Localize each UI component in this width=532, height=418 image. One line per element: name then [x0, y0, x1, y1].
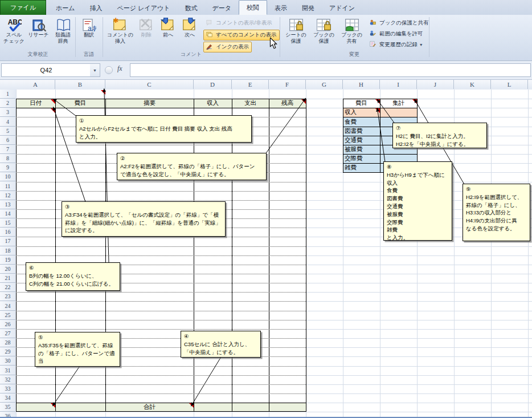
main-table-header-残高[interactable]: 残高	[269, 99, 306, 108]
button-リサーチ[interactable]: リサーチ	[27, 16, 50, 51]
row-header-34[interactable]: 34	[0, 393, 15, 403]
row-header-5[interactable]: 5	[0, 127, 15, 136]
menu-item-ブックの保護と共有[interactable]: ブックの保護と共有	[367, 18, 432, 29]
row-header-7[interactable]: 7	[0, 145, 15, 154]
row-header-35[interactable]: 35	[0, 403, 15, 412]
tab-アドイン[interactable]: アドイン	[322, 1, 362, 15]
formula-input[interactable]	[130, 63, 531, 77]
row-header-17[interactable]: 17	[0, 237, 15, 246]
row-header-27[interactable]: 27	[0, 329, 15, 338]
column-header-A[interactable]: A	[16, 80, 55, 89]
row-header-24[interactable]: 24	[0, 301, 15, 310]
row-header-23[interactable]: 23	[0, 292, 15, 301]
main-table-total-label[interactable]: 合計	[105, 403, 194, 412]
row-header-33[interactable]: 33	[0, 384, 15, 393]
row-header-2[interactable]: 2	[0, 99, 15, 108]
button-ブックの共有[interactable]: ブックの 共有	[338, 16, 365, 51]
button-翻訳[interactable]: aあ翻訳	[77, 16, 101, 51]
main-table-header-収入[interactable]: 収入	[194, 99, 232, 108]
tab-表示[interactable]: 表示	[267, 1, 294, 15]
comment-box-②[interactable]: ② A2:F2を範囲選択して、罫線の「格子」にし、パターン で適当な色を設定し、…	[117, 153, 267, 180]
row-header-31[interactable]: 31	[0, 366, 15, 375]
tab-file[interactable]: ファイル	[0, 0, 46, 15]
row-header-16[interactable]: 16	[0, 228, 15, 237]
insert-function-icon[interactable]	[105, 66, 113, 74]
row-header-15[interactable]: 15	[0, 218, 15, 228]
column-header-H[interactable]: H	[343, 80, 380, 89]
row-header-29[interactable]: 29	[0, 347, 15, 356]
summary-header-費目[interactable]: 費目	[343, 99, 380, 108]
column-header-G[interactable]: G	[306, 80, 343, 89]
toggle-インクの表示[interactable]: インクの表示	[203, 42, 252, 52]
comment-box-⑤[interactable]: ⑤ A35:F35を範囲選択して、罫線 の「格子」にし、パターンで適当 な色を設…	[35, 332, 120, 367]
row-header-8[interactable]: 8	[0, 154, 15, 163]
row-header-26[interactable]: 26	[0, 320, 15, 329]
button-スペルチェック[interactable]: ABCスペル チェック	[2, 16, 26, 51]
row-header-6[interactable]: 6	[0, 136, 15, 145]
toggle-すべてのコメントの表示[interactable]: すべてのコメントの表示	[203, 30, 280, 40]
row-header-36[interactable]: 36	[0, 412, 15, 417]
button-ブックの保護[interactable]: ブックの 保護	[310, 16, 337, 51]
row-headers[interactable]: 1234567891011121314151617181920212223242…	[0, 90, 17, 417]
button-類義語辞典[interactable]: 類義語 辞典	[51, 16, 75, 51]
tab-開発[interactable]: 開発	[294, 1, 322, 15]
column-header-L[interactable]: L	[491, 80, 528, 89]
main-table-header-支出[interactable]: 支出	[232, 99, 269, 108]
column-headers[interactable]: ABCDEFGHIJKL	[0, 80, 532, 90]
comment-box-③[interactable]: ③ A3:F34を範囲選択して、「セルの書式設定」の「罫線」で「横 罫線」を「細…	[62, 201, 226, 237]
row-header-20[interactable]: 20	[0, 265, 15, 274]
summary-row-収入[interactable]: 収入	[345, 108, 380, 117]
row-header-18[interactable]: 18	[0, 246, 15, 255]
tab-ホーム[interactable]: ホーム	[48, 1, 83, 15]
row-header-13[interactable]: 13	[0, 200, 15, 209]
comment-box-⑦[interactable]: ⑦ H2に 費目、I2に集計と入力。 H2:I2を「中央揃え」にする。	[392, 123, 487, 148]
button-コメントの挿入[interactable]: ✱コメントの 挿入	[105, 16, 135, 51]
column-header-E[interactable]: E	[232, 80, 269, 89]
summary-row-被服費[interactable]: 被服費	[345, 145, 380, 154]
tab-校閲[interactable]: 校閲	[239, 0, 267, 15]
tab-ページ レイアウト[interactable]: ページ レイアウト	[110, 1, 178, 15]
tab-数式[interactable]: 数式	[177, 1, 204, 15]
name-box[interactable]: Q42	[1, 63, 91, 77]
column-header-F[interactable]: F	[269, 80, 306, 89]
row-header-14[interactable]: 14	[0, 209, 15, 218]
button-次へ[interactable]: 次へ	[179, 16, 200, 51]
comment-box-⑨[interactable]: ⑨ H2:I9を範囲選択して、 罫線の「格子」にし、 H3:I3の収入部分と H…	[463, 184, 530, 241]
summary-row-交際費[interactable]: 交際費	[345, 154, 380, 163]
comment-box-④[interactable]: ④ C35セルに 合計と入力し、 「中央揃え」にする。	[181, 331, 261, 358]
button-前へ[interactable]: 前へ	[158, 16, 178, 51]
column-header-D[interactable]: D	[194, 80, 232, 89]
row-header-32[interactable]: 32	[0, 375, 15, 384]
comment-box-⑧[interactable]: ⑧ H3からH9まで下へ順に 収入 食費 図書費 交通費 被服費 交際費 雑費 …	[383, 161, 452, 241]
summary-row-交通費[interactable]: 交通費	[345, 136, 380, 145]
row-header-9[interactable]: 9	[0, 163, 15, 172]
summary-row-図書費[interactable]: 図書費	[345, 127, 380, 136]
menu-item-範囲の編集を許可[interactable]: 範囲の編集を許可	[367, 29, 425, 39]
fx-label[interactable]: fx	[117, 64, 122, 73]
column-header-B[interactable]: B	[55, 80, 105, 89]
row-header-3[interactable]: 3	[0, 108, 15, 117]
column-header-K[interactable]: K	[454, 80, 491, 89]
column-header-J[interactable]: J	[417, 80, 454, 89]
main-table-header-日付[interactable]: 日付	[16, 99, 55, 108]
row-header-10[interactable]: 10	[0, 172, 15, 181]
column-header-C[interactable]: C	[105, 80, 194, 89]
main-table-header-費目[interactable]: 費目	[55, 99, 105, 108]
row-header-21[interactable]: 21	[0, 274, 15, 283]
row-header-12[interactable]: 12	[0, 191, 15, 200]
comment-box-⑥[interactable]: ⑥ B列の幅を 12.00くらいに、 C列の幅を 21.00くらいに広げる。	[26, 262, 120, 291]
row-header-25[interactable]: 25	[0, 311, 15, 320]
row-header-30[interactable]: 30	[0, 356, 15, 366]
tab-データ[interactable]: データ	[204, 1, 239, 15]
row-header-1[interactable]: 1	[0, 90, 15, 99]
tab-挿入[interactable]: 挿入	[83, 1, 110, 15]
row-header-22[interactable]: 22	[0, 283, 15, 292]
row-header-11[interactable]: 11	[0, 182, 15, 191]
summary-row-雑費[interactable]: 雑費	[345, 163, 380, 172]
row-header-19[interactable]: 19	[0, 255, 15, 265]
main-table-header-摘要[interactable]: 摘要	[105, 99, 194, 108]
menu-item-変更履歴の記録[interactable]: 変更履歴の記録▼	[367, 39, 426, 50]
button-シートの保護[interactable]: シートの 保護	[283, 16, 309, 51]
name-box-dropdown-icon[interactable]: ▼	[90, 63, 100, 77]
row-header-4[interactable]: 4	[0, 117, 15, 126]
